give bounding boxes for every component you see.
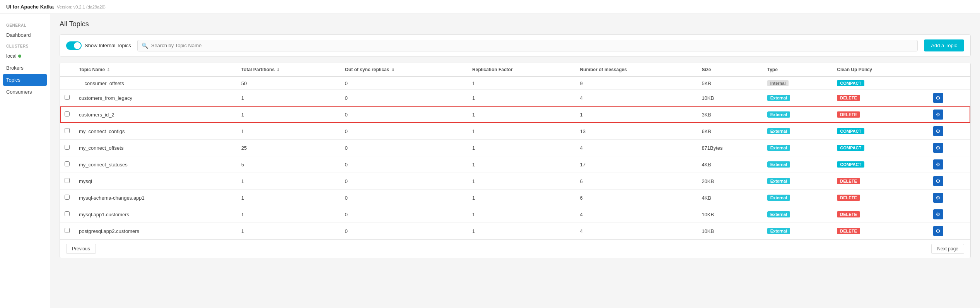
size: 10KB bbox=[697, 90, 762, 106]
cleanup-badge: COMPACT bbox=[837, 161, 864, 168]
cleanup-badge: DELETE bbox=[837, 178, 860, 184]
cleanup-cell: COMPACT bbox=[832, 140, 928, 156]
header-replication-factor: Replication Factor bbox=[468, 63, 575, 77]
cleanup-cell: DELETE bbox=[832, 190, 928, 206]
table-row: my_connect_configs 1 0 1 13 6KB External… bbox=[60, 123, 970, 140]
settings-cell: ⚙ bbox=[929, 156, 970, 173]
type-cell: External bbox=[763, 190, 833, 206]
search-input[interactable] bbox=[151, 43, 914, 48]
sidebar-item-brokers[interactable]: Brokers bbox=[0, 62, 50, 74]
out-of-sync: 0 bbox=[340, 223, 468, 240]
cluster-name-label: local bbox=[6, 53, 17, 59]
replication-factor: 1 bbox=[468, 190, 575, 206]
replication-factor: 1 bbox=[468, 123, 575, 140]
header-num-messages: Number of messages bbox=[575, 63, 697, 77]
size: 10KB bbox=[697, 223, 762, 240]
sidebar-item-topics[interactable]: Topics bbox=[3, 74, 47, 86]
prev-button[interactable]: Previous bbox=[66, 244, 96, 254]
cleanup-badge: DELETE bbox=[837, 195, 860, 201]
num-messages: 9 bbox=[575, 77, 697, 90]
num-messages: 17 bbox=[575, 156, 697, 173]
type-badge: Internal bbox=[767, 80, 789, 86]
header-total-partitions: Total Partitions ⇕ bbox=[237, 63, 340, 77]
settings-cell bbox=[929, 77, 970, 90]
show-internal-toggle[interactable] bbox=[66, 41, 82, 50]
cleanup-badge: COMPACT bbox=[837, 145, 864, 151]
total-partitions: 1 bbox=[237, 173, 340, 190]
type-badge: External bbox=[767, 95, 790, 101]
settings-button[interactable]: ⚙ bbox=[933, 143, 943, 153]
cleanup-cell: DELETE bbox=[832, 173, 928, 190]
num-messages: 6 bbox=[575, 173, 697, 190]
row-checkbox[interactable] bbox=[65, 145, 70, 150]
sidebar: GENERAL Dashboard CLUSTERS local Brokers… bbox=[0, 14, 50, 308]
settings-button[interactable]: ⚙ bbox=[933, 176, 943, 186]
size: 871Bytes bbox=[697, 140, 762, 156]
toolbar: Show Internal Topics 🔍 Add a Topic bbox=[60, 34, 971, 56]
table-row: mysql-schema-changes.app1 1 0 1 6 4KB Ex… bbox=[60, 190, 970, 206]
settings-button[interactable]: ⚙ bbox=[933, 209, 943, 219]
row-checkbox[interactable] bbox=[65, 211, 70, 216]
sidebar-cluster-local[interactable]: local bbox=[0, 50, 50, 62]
cleanup-cell: DELETE bbox=[832, 90, 928, 106]
settings-button[interactable]: ⚙ bbox=[933, 193, 943, 203]
settings-cell: ⚙ bbox=[929, 140, 970, 156]
row-checkbox[interactable] bbox=[65, 195, 70, 200]
replication-factor: 1 bbox=[468, 206, 575, 223]
header-actions bbox=[929, 63, 970, 77]
total-partitions: 1 bbox=[237, 223, 340, 240]
settings-cell: ⚙ bbox=[929, 206, 970, 223]
table-row: my_connect_statuses 5 0 1 17 4KB Externa… bbox=[60, 156, 970, 173]
table-row: customers_id_2 1 0 1 1 3KB External DELE… bbox=[60, 106, 970, 123]
topic-name: my_connect_offsets bbox=[74, 140, 237, 156]
row-checkbox[interactable] bbox=[65, 178, 70, 183]
type-cell: External bbox=[763, 123, 833, 140]
type-badge: External bbox=[767, 211, 790, 217]
size: 5KB bbox=[697, 77, 762, 90]
search-box: 🔍 bbox=[137, 40, 918, 51]
header-checkbox-cell bbox=[60, 63, 74, 77]
topics-table-container: Topic Name ⇕ Total Partitions ⇕ Out of s… bbox=[60, 63, 971, 258]
row-checkbox[interactable] bbox=[65, 95, 70, 100]
row-checkbox[interactable] bbox=[65, 111, 70, 116]
next-button[interactable]: Next page bbox=[931, 244, 964, 254]
out-of-sync: 0 bbox=[340, 106, 468, 123]
settings-button[interactable]: ⚙ bbox=[933, 93, 943, 103]
layout: GENERAL Dashboard CLUSTERS local Brokers… bbox=[0, 14, 980, 308]
settings-button[interactable]: ⚙ bbox=[933, 126, 943, 136]
table-row: __consumer_offsets 50 0 1 9 5KB Internal… bbox=[60, 77, 970, 90]
total-partitions: 1 bbox=[237, 190, 340, 206]
out-of-sync: 0 bbox=[340, 206, 468, 223]
type-cell: External bbox=[763, 206, 833, 223]
size: 3KB bbox=[697, 106, 762, 123]
replication-factor: 1 bbox=[468, 156, 575, 173]
row-checkbox[interactable] bbox=[65, 228, 70, 233]
total-partitions: 1 bbox=[237, 123, 340, 140]
add-topic-button[interactable]: Add a Topic bbox=[924, 39, 964, 51]
header-out-of-sync: Out of sync replicas ⇕ bbox=[340, 63, 468, 77]
checkbox-cell bbox=[60, 223, 74, 240]
type-cell: External bbox=[763, 156, 833, 173]
cleanup-badge: COMPACT bbox=[837, 80, 864, 86]
topic-name: mysql bbox=[74, 173, 237, 190]
settings-cell: ⚙ bbox=[929, 173, 970, 190]
num-messages: 4 bbox=[575, 223, 697, 240]
settings-cell: ⚙ bbox=[929, 190, 970, 206]
topic-name: __consumer_offsets bbox=[74, 77, 237, 90]
row-checkbox[interactable] bbox=[65, 128, 70, 133]
checkbox-cell bbox=[60, 156, 74, 173]
row-checkbox[interactable] bbox=[65, 161, 70, 166]
checkbox-cell bbox=[60, 173, 74, 190]
settings-button[interactable]: ⚙ bbox=[933, 226, 943, 236]
type-cell: Internal bbox=[763, 77, 833, 90]
sidebar-item-consumers[interactable]: Consumers bbox=[0, 86, 50, 98]
topics-table: Topic Name ⇕ Total Partitions ⇕ Out of s… bbox=[60, 63, 970, 240]
out-of-sync: 0 bbox=[340, 123, 468, 140]
page-title: All Topics bbox=[60, 20, 971, 28]
size: 6KB bbox=[697, 123, 762, 140]
settings-button[interactable]: ⚙ bbox=[933, 110, 943, 120]
sidebar-item-dashboard[interactable]: Dashboard bbox=[0, 29, 50, 41]
settings-button[interactable]: ⚙ bbox=[933, 159, 943, 169]
type-badge: External bbox=[767, 128, 790, 134]
replication-factor: 1 bbox=[468, 90, 575, 106]
